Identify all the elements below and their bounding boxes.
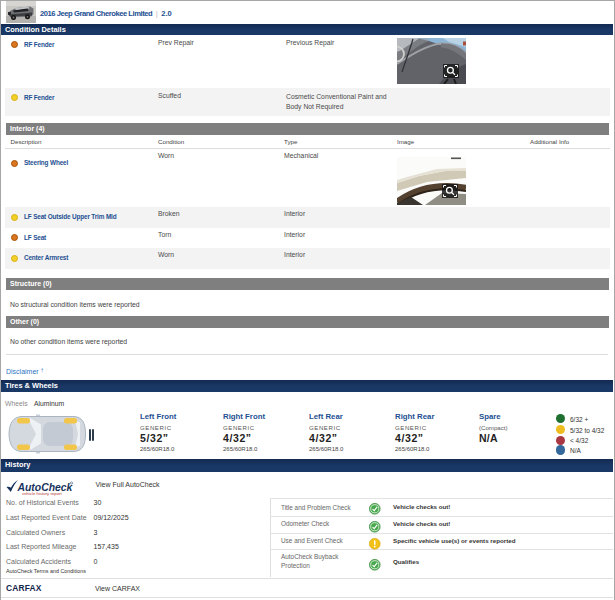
svg-text:vehicle history report: vehicle history report <box>22 491 62 496</box>
